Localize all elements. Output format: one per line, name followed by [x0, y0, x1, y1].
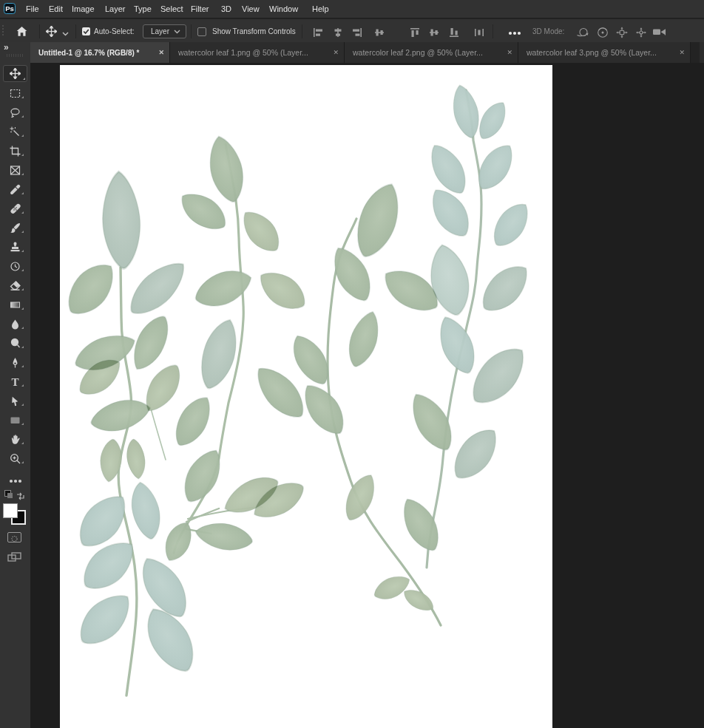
svg-text:T: T [11, 376, 18, 387]
